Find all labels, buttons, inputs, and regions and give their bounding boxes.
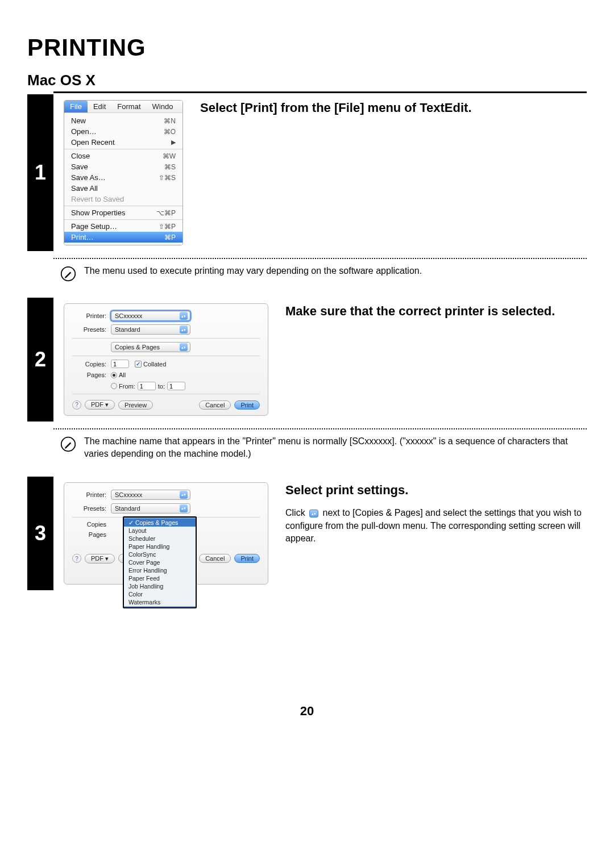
printer-label: Printer:: [72, 491, 111, 498]
note-pencil-icon: [60, 266, 76, 282]
file-menu-list: New⌘N Open…⌘O Open Recent▶ Close⌘W Save⌘…: [64, 113, 182, 245]
step3-heading: Select print settings.: [285, 482, 587, 498]
dropdown-item-color[interactable]: Color: [124, 590, 196, 598]
collated-checkbox[interactable]: ✓ Collated: [135, 361, 166, 368]
step2-note-text: The machine name that appears in the "Pr…: [84, 435, 581, 461]
select-caret-icon: ▴▾: [180, 326, 188, 333]
file-menu-save[interactable]: Save⌘S: [64, 161, 182, 172]
section-select-value: Copies & Pages: [115, 344, 160, 350]
file-menu-page-setup[interactable]: Page Setup…⇧⌘P: [64, 221, 182, 232]
rule: [53, 91, 587, 93]
note-pencil-icon: [60, 436, 76, 452]
file-menu-close[interactable]: Close⌘W: [64, 151, 182, 161]
step1-heading: Select [Print] from the [File] menu of T…: [200, 100, 587, 116]
file-menu-print[interactable]: Print…⌘P: [64, 232, 182, 243]
file-menu-new[interactable]: New⌘N: [64, 115, 182, 126]
menubar-item-file[interactable]: File: [64, 101, 88, 112]
page-title: PRINTING: [27, 34, 587, 61]
print-dialog: Printer: SCxxxxxx ▴▾ Presets: Standard ▴…: [64, 303, 268, 416]
pdf-button[interactable]: PDF ▾: [85, 554, 115, 564]
section-dropdown-open[interactable]: Copies & Pages Layout Scheduler Paper Ha…: [123, 516, 197, 608]
file-menu-show-properties[interactable]: Show Properties⌥⌘P: [64, 207, 182, 218]
step-1: 1 File Edit Format Windo New⌘N Open…⌘O: [27, 94, 587, 251]
radio-all[interactable]: [111, 372, 117, 378]
pages-label: Pages: [72, 531, 111, 538]
file-menu-open-recent[interactable]: Open Recent▶: [64, 137, 182, 148]
copies-input[interactable]: [111, 360, 129, 368]
select-caret-icon: ▴▾: [309, 510, 318, 518]
cancel-button[interactable]: Cancel: [199, 400, 231, 410]
step2-heading: Make sure that the correct printer is se…: [285, 303, 587, 319]
presets-select[interactable]: Standard ▴▾: [111, 503, 190, 514]
step-3: 3 Printer: SCxxxxxx ▴▾ Presets:: [27, 477, 587, 590]
help-icon[interactable]: ?: [72, 400, 81, 410]
select-caret-icon: ▴▾: [180, 491, 188, 499]
checkbox-checked-icon: ✓: [135, 361, 142, 368]
step1-note: The menu used to execute printing may va…: [60, 265, 581, 282]
select-caret-icon: ▴▾: [180, 312, 188, 320]
step-number-3: 3: [27, 477, 53, 590]
help-icon[interactable]: ?: [72, 554, 81, 563]
step-number-2: 2: [27, 298, 53, 422]
chevron-right-icon: ▶: [171, 139, 176, 146]
pages-label: Pages:: [72, 372, 111, 378]
step2-image-print-dialog: Printer: SCxxxxxx ▴▾ Presets: Standard ▴…: [64, 303, 268, 416]
step3-desc: Click ▴▾ next to [Copies & Pages] and se…: [285, 507, 587, 545]
section-select[interactable]: Copies & Pages ▴▾: [111, 342, 190, 352]
pages-all-label: All: [119, 372, 126, 378]
copies-label: Copies:: [72, 361, 111, 368]
dotted-separator: [53, 258, 587, 259]
print-button[interactable]: Print: [234, 554, 260, 563]
printer-select[interactable]: SCxxxxxx ▴▾: [111, 490, 190, 500]
dropdown-item-copies-pages[interactable]: Copies & Pages: [124, 519, 196, 527]
radio-from[interactable]: [111, 383, 117, 389]
menubar-item-edit[interactable]: Edit: [88, 101, 111, 112]
step2-note: The machine name that appears in the "Pr…: [60, 435, 581, 461]
cancel-button[interactable]: Cancel: [199, 554, 231, 563]
file-menu-open[interactable]: Open…⌘O: [64, 126, 182, 137]
printer-select-value: SCxxxxxx: [115, 312, 142, 319]
menu-separator: [64, 219, 182, 220]
presets-select[interactable]: Standard ▴▾: [111, 324, 190, 335]
pages-to-input[interactable]: [167, 382, 185, 390]
step1-image-file-menu: File Edit Format Windo New⌘N Open…⌘O Ope…: [64, 100, 183, 245]
menubar-item-format[interactable]: Format: [111, 101, 146, 112]
dialog-separator: [72, 338, 260, 339]
pages-to-label: to:: [158, 383, 165, 390]
dialog-separator: [72, 394, 260, 394]
dropdown-item-cover-page[interactable]: Cover Page: [124, 558, 196, 566]
dropdown-item-job-handling[interactable]: Job Handling: [124, 582, 196, 590]
pdf-button[interactable]: PDF ▾: [85, 400, 115, 410]
dropdown-item-layout[interactable]: Layout: [124, 527, 196, 535]
dropdown-item-error-handling[interactable]: Error Handling: [124, 566, 196, 574]
printer-label: Printer:: [72, 312, 111, 319]
menubar-item-window[interactable]: Windo: [147, 101, 179, 112]
step3-image-print-dialog-dropdown: Printer: SCxxxxxx ▴▾ Presets: Standard ▴…: [64, 482, 268, 585]
select-caret-icon: ▴▾: [180, 343, 188, 351]
dropdown-item-watermarks[interactable]: Watermarks: [124, 598, 196, 606]
presets-label: Presets:: [72, 326, 111, 333]
presets-select-value: Standard: [115, 326, 140, 333]
file-menu-save-as[interactable]: Save As…⇧⌘S: [64, 172, 182, 183]
dropdown-item-colorsync[interactable]: ColorSync: [124, 550, 196, 558]
preview-button[interactable]: Preview: [118, 400, 153, 410]
file-menu-save-all[interactable]: Save All: [64, 183, 182, 194]
menu-separator: [64, 149, 182, 149]
dotted-separator: [53, 428, 587, 429]
page-number: 20: [27, 704, 587, 719]
step-number-1: 1: [27, 94, 53, 251]
page-subtitle: Mac OS X: [27, 72, 587, 89]
menubar: File Edit Format Windo: [64, 101, 182, 113]
printer-select[interactable]: SCxxxxxx ▴▾: [111, 311, 190, 321]
dialog-separator: [72, 356, 260, 356]
dropdown-item-paper-feed[interactable]: Paper Feed: [124, 574, 196, 582]
presets-select-value: Standard: [115, 505, 140, 512]
dropdown-item-scheduler[interactable]: Scheduler: [124, 535, 196, 542]
copies-label: Copies: [72, 521, 111, 528]
pages-from-input[interactable]: [138, 382, 156, 390]
dropdown-item-paper-handling[interactable]: Paper Handling: [124, 542, 196, 550]
print-button[interactable]: Print: [234, 400, 260, 410]
presets-label: Presets:: [72, 505, 111, 512]
file-menu-revert: Revert to Saved: [64, 194, 182, 205]
printer-select-value: SCxxxxxx: [115, 491, 142, 498]
